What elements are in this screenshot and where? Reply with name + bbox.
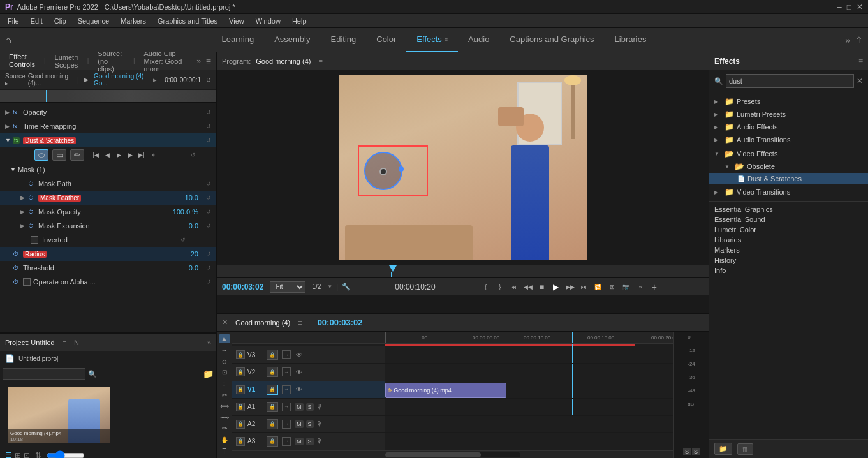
- tab-assembly[interactable]: Assembly: [264, 28, 320, 52]
- menu-graphics-titles[interactable]: Graphics and Titles: [152, 16, 223, 26]
- track-area-a3[interactable]: [385, 433, 673, 450]
- workspace-home[interactable]: ⌂: [5, 34, 11, 46]
- reset-mask-opacity[interactable]: ↺: [206, 209, 211, 215]
- track-sync-a1[interactable]: 🔒: [267, 402, 278, 412]
- fx-category-lumetri-presets[interactable]: ▶ 📁 Lumetri Presets: [709, 108, 868, 121]
- minimize-button[interactable]: –: [837, 3, 842, 11]
- threshold-value[interactable]: 0.0: [189, 264, 198, 272]
- radius-value[interactable]: 20: [191, 250, 198, 258]
- export-icon[interactable]: ⇧: [855, 35, 863, 45]
- tab-audio[interactable]: Audio: [458, 28, 499, 52]
- lumetri-color-row[interactable]: Lumetri Color: [709, 225, 868, 235]
- more-controls-button[interactable]: »: [634, 281, 647, 293]
- track-eye-v1[interactable]: 👁: [296, 386, 302, 393]
- project-zoom-slider[interactable]: [47, 452, 85, 458]
- effect-row-time-remapping[interactable]: ▶ fx Time Remapping ↺: [0, 119, 216, 133]
- tab-libraries[interactable]: Libraries: [605, 28, 657, 52]
- track-eye-v3[interactable]: 👁: [296, 351, 302, 358]
- tab-learning[interactable]: Learning: [212, 28, 265, 52]
- track-arrow-v2[interactable]: →: [282, 367, 291, 376]
- mask-next-keyframe[interactable]: ▶|: [136, 150, 147, 160]
- effects-search-input[interactable]: [726, 74, 854, 88]
- reset-dust-scratches[interactable]: ↺: [206, 137, 211, 144]
- tab-audio-clip-mixer[interactable]: Audio Clip Mixer: Good morn: [140, 52, 192, 74]
- track-solo-a3[interactable]: S: [306, 438, 314, 445]
- menu-view[interactable]: View: [224, 16, 249, 26]
- mask-opacity-value[interactable]: 100.0 %: [173, 208, 198, 216]
- rolling-edit-tool[interactable]: ⊡: [219, 368, 230, 377]
- menu-file[interactable]: File: [3, 16, 24, 26]
- tab-effect-controls[interactable]: Effect Controls: [5, 52, 39, 70]
- project-list-view-icon[interactable]: ☰: [5, 451, 12, 458]
- program-timecode[interactable]: 00:00:03:02: [222, 283, 263, 292]
- ellipse-mask-button[interactable]: ⬭: [34, 149, 48, 161]
- inverted-checkbox[interactable]: [31, 236, 38, 244]
- reset-operate-alpha[interactable]: ↺: [206, 279, 211, 285]
- go-to-in-button[interactable]: ⏮: [508, 281, 520, 293]
- slip-tool[interactable]: ⟺: [219, 402, 230, 411]
- reset-opacity[interactable]: ↺: [206, 109, 211, 115]
- track-area-v3[interactable]: [385, 346, 673, 363]
- fx-category-presets[interactable]: ▶ 📁 Presets: [709, 95, 868, 108]
- fx-category-audio-effects[interactable]: ▶ 📁 Audio Effects: [709, 121, 868, 133]
- mark-in-button[interactable]: {: [480, 281, 492, 293]
- mask-fwd-frame[interactable]: ▶: [125, 150, 135, 160]
- select-tool[interactable]: ▲: [219, 334, 230, 343]
- wrench-icon[interactable]: 🔧: [342, 283, 351, 291]
- reset-inverted[interactable]: ↺: [180, 237, 186, 243]
- track-arrow-a1[interactable]: →: [282, 403, 291, 411]
- effect-row-dust-scratches[interactable]: ▼ fx Dust & Scratches ↺: [0, 133, 216, 147]
- menu-sequence[interactable]: Sequence: [73, 16, 115, 26]
- program-settings-icon[interactable]: ≡: [318, 57, 322, 65]
- effect-row-mask-path[interactable]: ⏱ Mask Path ↺: [0, 177, 216, 191]
- menu-help[interactable]: Help: [287, 16, 312, 26]
- effect-row-operate-alpha[interactable]: ⏱ Operate on Alpha ... ↺: [0, 275, 216, 289]
- track-solo-a1[interactable]: S: [306, 403, 314, 411]
- effect-row-mask-opacity[interactable]: ▶ ⏱ Mask Opacity 100.0 % ↺: [0, 205, 216, 219]
- mark-out-button[interactable]: }: [494, 281, 506, 293]
- tab-source-no-clips[interactable]: Source: (no clips): [94, 52, 128, 74]
- stop-button[interactable]: ⏹: [536, 281, 548, 293]
- libraries-row[interactable]: Libraries: [709, 235, 868, 245]
- mask-prev-keyframe[interactable]: |◀: [91, 150, 101, 160]
- rate-stretch-tool[interactable]: ↕: [219, 380, 230, 388]
- tab-effects[interactable]: Effects ≡: [406, 28, 458, 52]
- go-to-out-button[interactable]: ⏭: [578, 281, 591, 293]
- track-sync-a2[interactable]: 🔒: [267, 419, 278, 429]
- reset-radius[interactable]: ↺: [206, 251, 211, 257]
- clip-good-morning[interactable]: fx Good morning (4).mp4: [385, 383, 506, 398]
- tab-lumetri-scopes[interactable]: Lumetri Scopes: [51, 52, 82, 70]
- project-new-bin-icon[interactable]: 📁: [203, 369, 214, 379]
- project-expand-icon[interactable]: »: [207, 339, 211, 346]
- track-mic-a3[interactable]: 🎙: [316, 438, 323, 445]
- fx-category-video-transitions[interactable]: ▶ 📁 Video Transitions: [709, 186, 868, 198]
- track-lock-a3[interactable]: 🔒: [236, 437, 245, 446]
- hand-tool[interactable]: ✋: [219, 436, 230, 445]
- track-sync-v1[interactable]: 🔒: [267, 385, 278, 395]
- track-area-a1[interactable]: [385, 399, 673, 415]
- mask-play[interactable]: ▶: [114, 150, 124, 160]
- effects-settings-icon[interactable]: ≡: [858, 57, 863, 66]
- program-resolution-fraction[interactable]: 1/2: [307, 283, 326, 290]
- fx-category-video-effects-header[interactable]: ▼ 📂 Video Effects: [709, 147, 868, 160]
- track-arrow-v1[interactable]: →: [282, 385, 291, 394]
- effect-row-mask-expansion[interactable]: ▶ ⏱ Mask Expansion 0.0 ↺: [0, 219, 216, 233]
- fx-item-dust-scratches[interactable]: 📄 Dust & Scratches: [709, 173, 868, 184]
- tab-color[interactable]: Color: [366, 28, 406, 52]
- program-zoom-select[interactable]: Fit 25% 50% 100%: [270, 281, 305, 293]
- ripple-edit-tool[interactable]: ◇: [219, 357, 230, 366]
- effect-row-mask-feather[interactable]: ▶ ⏱ Mask Feather 10.0 ↺: [0, 191, 216, 205]
- delete-effect-button[interactable]: 🗑: [737, 443, 753, 455]
- step-back-button[interactable]: ◀◀: [522, 281, 534, 293]
- expand-icon[interactable]: ▶: [84, 77, 89, 83]
- type-tool[interactable]: T: [219, 447, 230, 455]
- markers-row[interactable]: Markers: [709, 245, 868, 255]
- mask-back-frame[interactable]: ◀: [102, 150, 112, 160]
- project-settings-icon[interactable]: ≡: [63, 339, 66, 346]
- project-grid-view-icon[interactable]: ⊞: [15, 451, 21, 458]
- mask-feather-value[interactable]: 10.0: [185, 194, 198, 202]
- add-edit-button[interactable]: +: [648, 281, 661, 293]
- essential-sound-row[interactable]: Essential Sound: [709, 214, 868, 225]
- source-clip-name[interactable]: Good morning (4)...: [28, 73, 72, 87]
- rect-mask-button[interactable]: ▭: [52, 149, 66, 161]
